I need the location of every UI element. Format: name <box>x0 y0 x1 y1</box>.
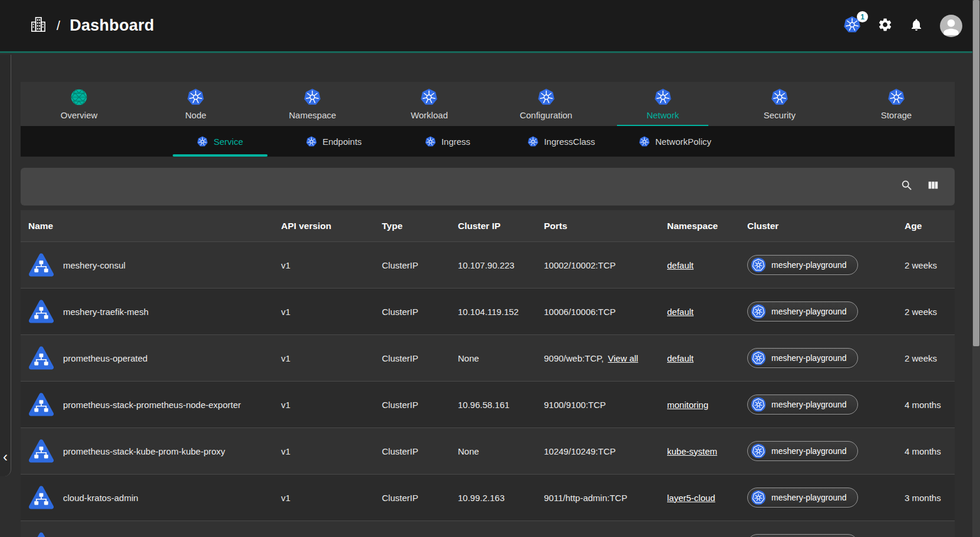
cluster-ip-cell: None <box>450 353 536 363</box>
sub-tab-service[interactable]: Service <box>163 126 277 157</box>
ports-cell: 9100/9100:TCP <box>536 400 659 410</box>
api-version-cell: v1 <box>273 446 374 456</box>
page-title: Dashboard <box>70 16 154 35</box>
service-icon <box>28 345 54 371</box>
table-row[interactable]: meshery meshery-playground <box>21 521 955 537</box>
sub-tab-ingressclass[interactable]: IngressClass <box>504 126 618 157</box>
cluster-chip-label: meshery-playground <box>771 353 847 363</box>
breadcrumb-separator: / <box>57 18 60 34</box>
nav-tab-label: Storage <box>881 110 912 120</box>
age-cell: 2 weeks <box>897 353 955 363</box>
cluster-chip[interactable]: meshery-playground <box>747 488 858 508</box>
table-row[interactable]: meshery-traefik-mesh v1 ClusterIP 10.104… <box>21 288 955 334</box>
sub-tab-label: NetworkPolicy <box>655 137 711 147</box>
kubernetes-icon <box>887 88 905 106</box>
cluster-cell: meshery-playground <box>740 255 897 275</box>
service-icon <box>28 299 54 324</box>
organization-building-icon <box>29 16 47 36</box>
sub-tab-ingress[interactable]: Ingress <box>391 126 504 157</box>
user-menu-button[interactable] <box>940 15 962 37</box>
name-cell: meshery-traefik-mesh <box>21 299 273 324</box>
nav-tab-workload[interactable]: Workload <box>371 82 487 126</box>
sub-tab-label: Service <box>213 137 243 147</box>
table-body: meshery-consul v1 ClusterIP 10.107.90.22… <box>21 241 955 537</box>
sub-tab-endpoints[interactable]: Endpoints <box>277 126 391 157</box>
table-row[interactable]: cloud-kratos-admin v1 ClusterIP 10.99.2.… <box>21 474 955 521</box>
ports-value: 10002/10002:TCP <box>544 260 616 270</box>
namespace-link[interactable]: layer5-cloud <box>667 493 715 503</box>
namespace-cell: layer5-cloud <box>659 493 740 503</box>
sub-tab-label: IngressClass <box>544 137 595 147</box>
cluster-chip-label: meshery-playground <box>771 400 847 409</box>
kubernetes-icon <box>639 136 650 147</box>
cluster-chip[interactable]: meshery-playground <box>747 441 858 461</box>
nav-tab-label: Security <box>764 110 796 120</box>
api-version-cell: v1 <box>273 400 374 410</box>
nav-tab-security[interactable]: Security <box>721 82 838 126</box>
header-actions: 1 <box>843 15 962 37</box>
ports-value: 9100/9100:TCP <box>544 400 606 410</box>
cluster-chip[interactable]: meshery-playground <box>747 534 858 537</box>
sub-tab-networkpolicy[interactable]: NetworkPolicy <box>618 126 732 157</box>
nav-tab-label: Namespace <box>289 110 336 120</box>
services-table: NameAPI versionTypeCluster IPPortsNamesp… <box>21 210 955 537</box>
ports-view-all-link[interactable]: View all <box>608 353 638 363</box>
view-columns-icon[interactable] <box>926 179 939 194</box>
name-cell: prometheus-stack-prometheus-node-exporte… <box>21 392 273 417</box>
notifications-button[interactable] <box>909 18 923 34</box>
service-icon <box>28 252 54 278</box>
cluster-cell: meshery-playground <box>740 488 897 508</box>
sub-tab-label: Endpoints <box>322 137 362 147</box>
service-name: meshery-traefik-mesh <box>63 307 149 317</box>
cluster-chip[interactable]: meshery-playground <box>747 348 858 368</box>
ports-cell: 9011/http-admin:TCP <box>536 493 659 503</box>
bell-icon <box>909 18 923 34</box>
nav-tab-configuration[interactable]: Configuration <box>488 82 605 126</box>
service-name: meshery-consul <box>63 260 126 270</box>
kubernetes-icon <box>751 304 766 319</box>
table-row[interactable]: meshery-consul v1 ClusterIP 10.107.90.22… <box>21 241 955 288</box>
collapsed-sidebar: ‹ <box>0 55 11 476</box>
ports-cell: 10006/10006:TCP <box>536 307 659 317</box>
sidebar-collapse-button[interactable]: ‹ <box>0 448 11 466</box>
service-name: prometheus-stack-kube-prom-kube-proxy <box>63 446 225 456</box>
cluster-ip-cell: 10.99.2.163 <box>450 493 536 503</box>
name-cell: prometheus-operated <box>21 345 273 371</box>
api-version-cell: v1 <box>273 260 374 270</box>
cluster-chip[interactable]: meshery-playground <box>747 301 858 321</box>
cluster-chip[interactable]: meshery-playground <box>747 255 858 275</box>
nav-tab-storage[interactable]: Storage <box>838 82 955 126</box>
cluster-ip-cell: None <box>450 446 536 456</box>
table-row[interactable]: prometheus-stack-kube-prom-kube-proxy v1… <box>21 427 955 474</box>
namespace-link[interactable]: monitoring <box>667 400 708 410</box>
ports-cell: 10249/10249:TCP <box>536 446 659 456</box>
namespace-cell: monitoring <box>659 400 740 410</box>
nav-tab-node[interactable]: Node <box>137 82 254 126</box>
kubernetes-context-button[interactable]: 1 <box>843 16 861 35</box>
service-name: cloud-kratos-admin <box>63 493 138 503</box>
cluster-chip-label: meshery-playground <box>771 446 847 456</box>
settings-button[interactable] <box>877 17 893 34</box>
scrollbar-thumb[interactable] <box>973 0 979 346</box>
nav-tab-network[interactable]: Network <box>605 82 721 126</box>
namespace-link[interactable]: default <box>667 307 694 317</box>
nav-tab-namespace[interactable]: Namespace <box>254 82 371 126</box>
table-row[interactable]: prometheus-stack-prometheus-node-exporte… <box>21 381 955 427</box>
namespace-link[interactable]: default <box>667 353 694 363</box>
api-version-cell: v1 <box>273 353 374 363</box>
cluster-chip-label: meshery-playground <box>771 260 847 270</box>
namespace-link[interactable]: kube-system <box>667 446 717 456</box>
table-row[interactable]: prometheus-operated v1 ClusterIP None 90… <box>21 334 955 381</box>
namespace-cell: default <box>659 260 740 270</box>
cluster-chip[interactable]: meshery-playground <box>747 395 858 415</box>
namespace-link[interactable]: default <box>667 260 694 270</box>
app-header: / Dashboard 1 <box>0 0 980 53</box>
sub-tabs: Service Endpoints Ingress <box>21 126 955 157</box>
search-icon[interactable] <box>900 179 913 194</box>
name-cell: meshery-consul <box>21 252 273 278</box>
page-scrollbar <box>972 0 980 537</box>
kubernetes-icon <box>187 88 204 106</box>
nav-tab-overview[interactable]: Overview <box>21 82 137 126</box>
column-header: Cluster <box>740 221 897 231</box>
age-cell: 2 weeks <box>897 260 955 270</box>
